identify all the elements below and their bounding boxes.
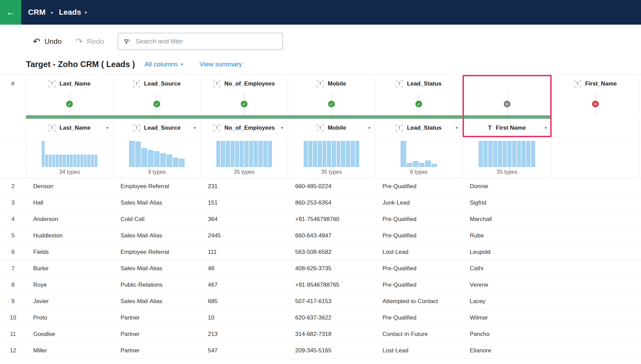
table-cell[interactable]: Partner: [113, 331, 201, 338]
table-cell[interactable]: +91·7546798760: [288, 216, 375, 223]
target-column-header[interactable]: TLead_Source: [113, 75, 201, 93]
chevron-down-icon[interactable]: ▾: [106, 125, 109, 130]
column-histogram[interactable]: 9 types: [113, 137, 201, 178]
source-column-header[interactable]: [552, 119, 640, 137]
table-cell[interactable]: Rube: [463, 232, 552, 239]
table-cell[interactable]: 48: [201, 265, 288, 272]
table-cell[interactable]: Miller: [26, 347, 113, 354]
breadcrumb-app[interactable]: CRM: [28, 8, 46, 17]
table-cell[interactable]: Wilmar: [463, 314, 552, 321]
table-cell[interactable]: Hall: [26, 199, 113, 206]
column-histogram[interactable]: 35 types: [463, 137, 552, 178]
table-cell[interactable]: Sales·Mail·Alias: [113, 232, 201, 239]
source-column-header[interactable]: TLead_Status▾: [375, 119, 463, 137]
table-cell[interactable]: Sales·Mail·Alias: [113, 298, 201, 305]
ignored-x-icon[interactable]: ✕: [503, 100, 512, 108]
table-cell[interactable]: Pre·Qualified: [375, 216, 463, 223]
source-column-header[interactable]: TFirst Name▾: [463, 119, 552, 137]
target-column-header[interactable]: TLast_Name: [26, 75, 113, 93]
table-cell[interactable]: Proto: [26, 314, 113, 321]
table-cell[interactable]: Goodloe: [26, 331, 113, 338]
target-column-header[interactable]: TNo_of_Employees: [201, 75, 288, 93]
table-cell[interactable]: Pancho: [463, 331, 552, 338]
table-cell[interactable]: 213: [201, 331, 288, 338]
table-cell[interactable]: Junk·Lead: [375, 199, 463, 206]
table-cell[interactable]: Denson: [26, 183, 113, 190]
table-cell[interactable]: Sigfrid: [463, 199, 552, 206]
target-column-header[interactable]: [463, 75, 552, 93]
table-cell[interactable]: Lost·Lead: [375, 347, 463, 354]
table-cell[interactable]: 231: [201, 183, 288, 190]
unmapped-x-icon[interactable]: ✕: [591, 100, 600, 108]
view-summary-link[interactable]: View summary: [199, 61, 242, 68]
table-cell[interactable]: Pre·Qualified: [375, 232, 463, 239]
chevron-down-icon[interactable]: ▾: [368, 125, 370, 130]
table-cell[interactable]: Leupold: [463, 249, 552, 256]
table-cell[interactable]: Verene: [463, 282, 552, 288]
table-cell[interactable]: Burke: [26, 265, 113, 272]
source-column-header[interactable]: TLead_Source▾: [113, 119, 201, 137]
table-cell[interactable]: 151: [201, 199, 288, 206]
table-cell[interactable]: Pre·Qualified: [375, 282, 463, 288]
table-cell[interactable]: Elianore: [463, 347, 552, 354]
column-histogram[interactable]: 6 types: [375, 137, 463, 178]
table-cell[interactable]: 467: [201, 282, 288, 288]
table-cell[interactable]: Public·Relations: [113, 282, 201, 288]
table-cell[interactable]: Pre·Qualified: [375, 183, 463, 190]
table-cell[interactable]: 685: [201, 298, 288, 305]
undo-button[interactable]: ↶ Undo: [33, 37, 62, 46]
table-cell[interactable]: 314-682-7318: [288, 331, 375, 338]
table-cell[interactable]: Huddleston: [26, 232, 113, 239]
table-cell[interactable]: Pre·Qualified: [375, 314, 463, 321]
table-cell[interactable]: Roye: [26, 282, 113, 288]
table-cell[interactable]: 547: [201, 347, 288, 354]
table-cell[interactable]: Partner: [113, 347, 201, 354]
source-column-header[interactable]: TLast_Name▾: [26, 119, 113, 137]
target-column-header[interactable]: TMobile: [288, 75, 375, 93]
table-cell[interactable]: Cold·Call: [113, 216, 201, 223]
table-cell[interactable]: Employee·Referral: [113, 183, 201, 190]
table-cell[interactable]: 660-643-4947: [288, 232, 375, 239]
table-cell[interactable]: Employee·Referral: [113, 249, 201, 256]
table-cell[interactable]: 563-508-6582: [288, 249, 375, 256]
table-cell[interactable]: 660-485-0224: [288, 183, 375, 190]
mapped-check-icon[interactable]: ✓: [65, 100, 74, 108]
table-cell[interactable]: 364: [201, 216, 288, 223]
table-cell[interactable]: Anderson: [26, 216, 113, 223]
chevron-down-icon[interactable]: ▾: [455, 125, 458, 130]
table-cell[interactable]: Partner: [113, 314, 201, 321]
target-column-header[interactable]: TLead_Status: [375, 75, 463, 93]
table-cell[interactable]: Donnie: [463, 183, 552, 190]
target-column-header[interactable]: TFirst_Name: [552, 75, 640, 93]
table-cell[interactable]: Lacey: [463, 298, 552, 305]
table-cell[interactable]: Contact·in·Future: [375, 331, 463, 338]
mapped-check-icon[interactable]: ✓: [240, 100, 249, 108]
table-cell[interactable]: 408-626-3735: [288, 265, 375, 272]
column-histogram[interactable]: 35 types: [201, 137, 288, 178]
source-column-header[interactable]: TNo_of_Employees▾: [201, 119, 288, 137]
breadcrumb-module[interactable]: Leads ▾: [59, 8, 87, 17]
chevron-down-icon[interactable]: ▾: [193, 125, 196, 130]
column-histogram[interactable]: 35 types: [288, 137, 375, 178]
mapped-check-icon[interactable]: ✓: [152, 100, 161, 108]
mapped-check-icon[interactable]: ✓: [414, 100, 423, 108]
table-cell[interactable]: 620-637-3622: [288, 314, 375, 321]
mapped-check-icon[interactable]: ✓: [327, 100, 336, 108]
table-cell[interactable]: Javier: [26, 298, 113, 305]
table-cell[interactable]: 2445: [201, 232, 288, 239]
chevron-down-icon[interactable]: ▾: [281, 125, 283, 130]
table-cell[interactable]: 209-345-5165: [288, 347, 375, 354]
back-button[interactable]: ←: [0, 0, 21, 25]
table-cell[interactable]: 507-417-6153: [288, 298, 375, 305]
table-cell[interactable]: Sales·Mail·Alias: [113, 199, 201, 206]
table-cell[interactable]: Sales·Mail·Alias: [113, 265, 201, 272]
table-cell[interactable]: 10: [201, 314, 288, 321]
chevron-down-icon[interactable]: ▾: [544, 125, 547, 130]
table-cell[interactable]: 860-253-6354: [288, 199, 375, 206]
table-cell[interactable]: Lost·Lead: [375, 249, 463, 256]
table-cell[interactable]: Marchall: [463, 216, 552, 223]
all-columns-dropdown[interactable]: All columns ▾: [144, 61, 183, 68]
column-histogram[interactable]: [552, 137, 640, 178]
source-column-header[interactable]: TMobile▾: [288, 119, 375, 137]
table-cell[interactable]: Attempted·to·Contact: [375, 298, 463, 305]
